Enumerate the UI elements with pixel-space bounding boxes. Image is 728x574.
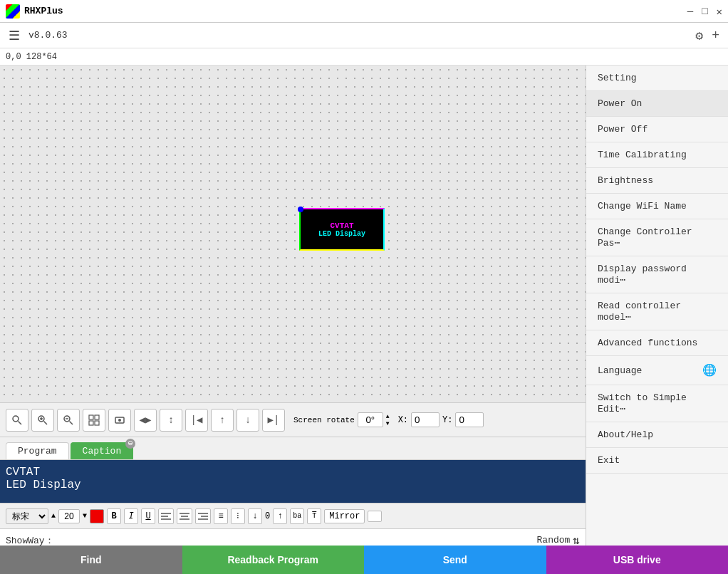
action-toolbar: ◀▶ ↕ |◀ ↑ ↓ ▶| Screen rotate ▲ ▼	[0, 403, 586, 437]
menu-item-power-off[interactable]: Power Off	[586, 117, 728, 142]
y-input[interactable]	[455, 412, 484, 427]
rotate-down-arrow[interactable]: ▼	[386, 420, 390, 427]
align-left-button[interactable]	[158, 508, 174, 524]
screen-rotate-label: Screen rotate	[293, 416, 355, 424]
app-icon	[6, 4, 20, 19]
align-right-button[interactable]	[195, 508, 211, 524]
version-label: v8.0.63	[28, 30, 695, 41]
text-content-area[interactable]: CVTAT LED Display	[0, 460, 586, 503]
rotate-up-arrow[interactable]: ▲	[386, 413, 390, 420]
next-button[interactable]: ▶|	[262, 409, 285, 432]
screen-rotate-input[interactable]	[358, 412, 383, 427]
title-bar: RHXPlus — □ ✕	[0, 0, 728, 23]
svg-line-7	[70, 421, 73, 424]
minimize-button[interactable]: —	[687, 5, 693, 17]
svg-rect-9	[89, 415, 93, 419]
app-title: RHXPlus	[24, 6, 63, 16]
underline-button[interactable]: U	[141, 508, 155, 524]
readback-button[interactable]: Readback Program	[182, 546, 365, 574]
menu-item-advanced-functions[interactable]: Advanced functions	[586, 330, 728, 356]
top-toolbar: ☰ v8.0.63 ⚙ +	[0, 23, 728, 48]
mirror-button[interactable]: Mirror	[324, 509, 365, 523]
menu-item-change-controller-pass[interactable]: Change Controller Pas⋯	[586, 219, 728, 256]
screen-rotate-group: Screen rotate ▲ ▼	[293, 412, 390, 427]
menu-item-read-controller[interactable]: Read controller model⋯	[586, 293, 728, 330]
text-style-button[interactable]: ba	[290, 508, 304, 524]
bold-button[interactable]: B	[107, 508, 121, 524]
format-toolbar: 标宋 ▲ ▼ B I U	[0, 503, 586, 528]
font-size-group: ▲	[51, 512, 56, 520]
zoom-out-button[interactable]	[57, 409, 80, 432]
coords-text: 0,0 128*64	[6, 52, 57, 62]
usb-button[interactable]: USB drive	[546, 546, 729, 574]
menu-item-brightness[interactable]: Brightness	[586, 168, 728, 194]
menu-item-time-calibrating[interactable]: Time Calibrating	[586, 142, 728, 168]
globe-icon: 🌐	[702, 363, 717, 377]
line-down-button[interactable]: ↓	[248, 508, 262, 524]
main-area: CVTAT LED Display	[0, 66, 728, 574]
menu-item-setting[interactable]: Setting	[586, 66, 728, 91]
text-line1: CVTAT	[6, 466, 580, 479]
led-line1: CVTAT	[330, 221, 353, 230]
svg-rect-10	[95, 415, 99, 419]
font-size-input[interactable]	[58, 509, 80, 523]
zoom-in-button[interactable]	[31, 409, 54, 432]
fit-screen-button[interactable]	[108, 409, 131, 432]
plus-button[interactable]: +	[712, 28, 719, 43]
tab-caption[interactable]: Caption	[71, 442, 134, 459]
menu-item-exit[interactable]: Exit	[586, 448, 728, 474]
font-up-arrow[interactable]: ▲	[51, 512, 56, 520]
text-format-button[interactable]: T	[307, 508, 321, 524]
text-line2: LED Display	[6, 479, 580, 491]
showway-current: Random	[537, 535, 571, 546]
menu-icon[interactable]: ☰	[9, 28, 20, 43]
mirror-input[interactable]	[368, 511, 382, 522]
svg-rect-12	[95, 421, 99, 425]
xy-group: X: Y:	[398, 412, 484, 427]
y-label: Y:	[442, 415, 452, 425]
close-button[interactable]: ✕	[717, 5, 722, 17]
menu-item-display-password[interactable]: Display password modi⋯	[586, 256, 728, 293]
send-button[interactable]: Send	[364, 546, 546, 574]
x-input[interactable]	[411, 412, 440, 427]
right-menu: Setting Power On Power Off Time Calibrat…	[586, 66, 728, 574]
svg-point-14	[118, 419, 121, 422]
led-display-widget[interactable]: CVTAT LED Display	[299, 208, 385, 251]
menu-item-change-wifi[interactable]: Change WiFi Name	[586, 194, 728, 219]
svg-line-1	[19, 421, 22, 424]
font-select[interactable]: 标宋	[6, 508, 48, 524]
color-swatch[interactable]	[90, 509, 104, 523]
move-lr-button[interactable]: ◀▶	[134, 409, 157, 432]
move-ud-button[interactable]: ↕	[160, 409, 182, 432]
find-button[interactable]: Find	[0, 546, 182, 574]
line-up-button[interactable]: ↑	[273, 508, 287, 524]
svg-point-0	[13, 416, 19, 422]
down-button[interactable]: ↓	[236, 409, 259, 432]
svg-rect-11	[89, 421, 93, 425]
align-center-button[interactable]	[177, 508, 192, 524]
coords-bar: 0,0 128*64	[0, 48, 728, 66]
tab-program[interactable]: Program	[6, 442, 69, 459]
x-label: X:	[398, 415, 408, 425]
font-size-down-group: ▼	[83, 512, 87, 520]
showway-label: ShowWay：	[6, 534, 54, 547]
align-justify-button[interactable]: ≡	[214, 508, 228, 524]
menu-item-power-on[interactable]: Power On	[586, 91, 728, 117]
gear-button[interactable]: ⚙	[695, 28, 703, 43]
italic-button[interactable]: I	[124, 508, 138, 524]
menu-item-language[interactable]: Language 🌐	[586, 356, 728, 385]
zoom-fit-button[interactable]	[6, 409, 28, 432]
menu-item-about-help[interactable]: About/Help	[586, 422, 728, 448]
menu-item-switch-simple[interactable]: Switch to Simple Edit⋯	[586, 385, 728, 422]
prev-button[interactable]: |◀	[185, 409, 208, 432]
up-button[interactable]: ↑	[211, 409, 234, 432]
led-line2: LED Display	[318, 230, 365, 238]
font-down-arrow[interactable]: ▼	[83, 512, 87, 520]
workspace: CVTAT LED Display	[0, 66, 586, 574]
svg-line-3	[44, 421, 48, 424]
resize-handle[interactable]	[298, 207, 303, 212]
rotate-spinner: ▲ ▼	[386, 413, 390, 427]
grid-button[interactable]	[83, 409, 105, 432]
maximize-button[interactable]: □	[702, 5, 707, 17]
align-full-button[interactable]: ⁝	[231, 508, 245, 524]
